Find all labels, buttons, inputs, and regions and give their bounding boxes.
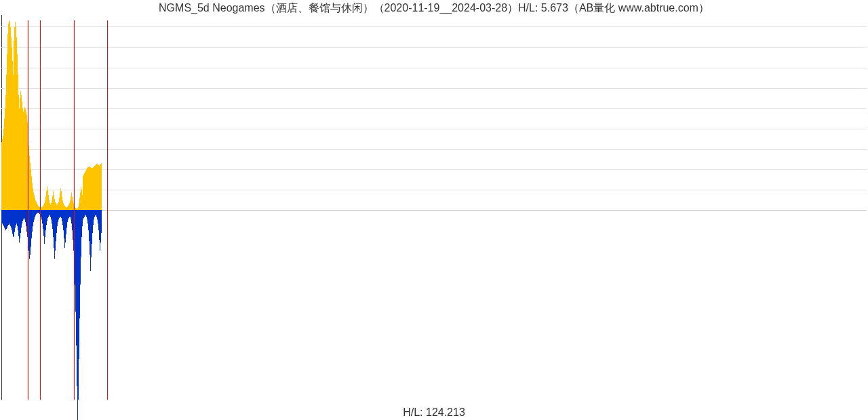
marker-line	[28, 20, 28, 400]
chart-title: NGMS_5d Neogames（酒店、餐馆与休闲）（2020-11-19__2…	[0, 1, 868, 16]
bar-down	[101, 210, 102, 233]
bar-up	[101, 163, 102, 210]
marker-line	[107, 20, 108, 400]
chart-plot-area	[1, 15, 867, 405]
chart-footer: H/L: 124.213	[0, 406, 868, 419]
chart-bars	[1, 15, 867, 405]
marker-line	[74, 20, 75, 400]
marker-line	[40, 20, 41, 400]
